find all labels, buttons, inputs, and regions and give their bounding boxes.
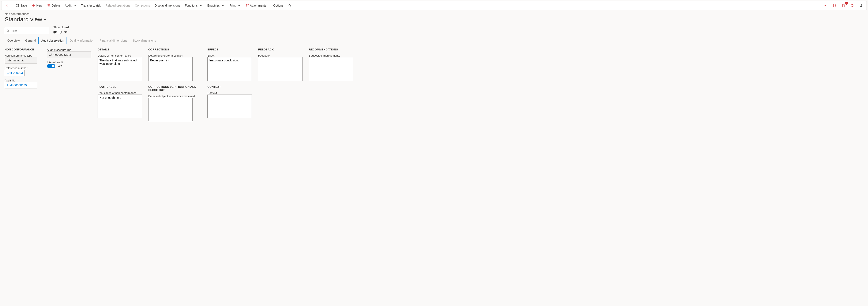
details-label: Details of non conformance bbox=[98, 54, 142, 57]
effect-textarea[interactable] bbox=[208, 57, 252, 81]
internal-audit-toggle[interactable] bbox=[47, 64, 55, 68]
paperclip-icon bbox=[245, 4, 249, 7]
section-corrections: CORRECTIONS bbox=[148, 48, 201, 51]
popout-icon bbox=[859, 4, 863, 7]
options-button[interactable]: Options bbox=[271, 3, 286, 8]
tab-audit-observation[interactable]: Audit observation bbox=[38, 37, 67, 44]
delete-label: Delete bbox=[52, 4, 60, 7]
internal-audit-value: Yes bbox=[58, 64, 62, 68]
section-effect: EFFECT bbox=[208, 48, 252, 51]
action-toolbar: Save New Delete Audit Transfer to risk R… bbox=[1, 1, 867, 10]
section-feedback: FEEDBACK bbox=[258, 48, 303, 51]
diamond-icon bbox=[824, 4, 827, 7]
document-icon bbox=[842, 4, 845, 7]
show-closed-toggle[interactable] bbox=[53, 30, 62, 34]
cvco-textarea[interactable] bbox=[148, 98, 193, 121]
diamond-button[interactable] bbox=[822, 3, 829, 8]
section-root-cause: ROOT CAUSE bbox=[98, 85, 142, 89]
audit-procedure-line-field[interactable] bbox=[47, 52, 91, 58]
nc-type-label: Non conformance type bbox=[5, 54, 40, 57]
save-button[interactable]: Save bbox=[13, 3, 29, 8]
filter-wrap bbox=[5, 28, 49, 34]
chevron-down-icon bbox=[43, 18, 47, 21]
tab-stock-dimensions[interactable]: Stock dimensions bbox=[130, 37, 159, 44]
new-label: New bbox=[36, 4, 42, 7]
audit-menu[interactable]: Audit bbox=[63, 3, 79, 8]
svg-point-1 bbox=[7, 30, 9, 31]
search-button[interactable] bbox=[286, 3, 293, 8]
audit-file-label: Audit file bbox=[5, 79, 40, 82]
context-textarea[interactable] bbox=[208, 95, 252, 118]
save-icon bbox=[16, 4, 19, 7]
options-label: Options bbox=[273, 4, 283, 7]
corrections-label: Corrections bbox=[135, 4, 150, 7]
chevron-down-icon bbox=[73, 4, 76, 7]
recommendations-label: Suggested improvements bbox=[309, 54, 353, 57]
tab-overview[interactable]: Overview bbox=[5, 37, 22, 44]
plus-icon bbox=[32, 4, 35, 7]
search-icon bbox=[6, 29, 10, 33]
search-icon bbox=[288, 4, 291, 7]
section-recommendations: RECOMMENDATIONS bbox=[309, 48, 353, 51]
new-button[interactable]: New bbox=[30, 3, 44, 8]
svg-point-0 bbox=[289, 4, 290, 6]
root-cause-textarea[interactable] bbox=[98, 95, 142, 118]
details-textarea[interactable] bbox=[98, 57, 142, 81]
related-operations-button: Related operations bbox=[103, 3, 132, 8]
reference-number-field[interactable] bbox=[5, 70, 25, 76]
cvco-label: Details of objective evidence reviewed bbox=[148, 95, 201, 98]
section-non-conformance: NON CONFORMANCE bbox=[5, 48, 40, 51]
show-closed-label: Show closed bbox=[53, 26, 69, 29]
root-cause-label: Root cause of non conformance bbox=[98, 91, 142, 95]
tab-general[interactable]: General bbox=[22, 37, 38, 44]
tab-quality-information[interactable]: Quality information bbox=[67, 37, 97, 44]
page-title: Standard view bbox=[5, 16, 42, 23]
section-details: DETAILS bbox=[98, 48, 142, 51]
enquiries-label: Enquiries bbox=[208, 4, 220, 7]
trash-icon bbox=[47, 4, 50, 7]
attachments-label: Attachments bbox=[250, 4, 267, 7]
functions-label: Functions bbox=[185, 4, 198, 7]
print-label: Print bbox=[229, 4, 236, 7]
section-context: CONTEXT bbox=[208, 85, 252, 89]
tab-financial-dimensions[interactable]: Financial dimensions bbox=[97, 37, 130, 44]
breadcrumb: Non conformances bbox=[5, 12, 863, 15]
internal-audit-label: Internal audit bbox=[47, 61, 91, 64]
audit-file-field[interactable] bbox=[5, 82, 37, 89]
chevron-down-icon bbox=[237, 4, 241, 7]
popout-button[interactable] bbox=[857, 3, 865, 8]
arrow-left-icon bbox=[5, 4, 9, 7]
filter-input[interactable] bbox=[5, 28, 49, 34]
display-dims-label: Display dimensions bbox=[155, 4, 180, 7]
notification-badge: 0 bbox=[845, 2, 848, 5]
nc-type-field[interactable] bbox=[5, 57, 37, 64]
context-label: Context bbox=[208, 91, 252, 95]
section-cvco: CORRECTIONS VERIFICATION AND CLOSE OUT bbox=[148, 85, 201, 92]
attachments-button[interactable]: Attachments bbox=[243, 3, 269, 8]
display-dimensions-button[interactable]: Display dimensions bbox=[153, 3, 182, 8]
chevron-down-icon bbox=[199, 4, 203, 7]
delete-button[interactable]: Delete bbox=[45, 3, 62, 8]
corrections-textarea[interactable] bbox=[148, 57, 193, 81]
audit-label: Audit bbox=[65, 4, 71, 7]
functions-menu[interactable]: Functions bbox=[183, 3, 205, 8]
back-button[interactable] bbox=[3, 3, 11, 8]
tabs: Overview General Audit observation Quali… bbox=[5, 37, 863, 44]
refresh-button[interactable] bbox=[848, 3, 856, 8]
office-icon bbox=[833, 4, 836, 7]
recommendations-textarea[interactable] bbox=[309, 57, 353, 81]
print-menu[interactable]: Print bbox=[227, 3, 243, 8]
transfer-to-risk-button[interactable]: Transfer to risk bbox=[79, 3, 103, 8]
corrections-button: Corrections bbox=[133, 3, 152, 8]
effect-label: Effect bbox=[208, 54, 252, 57]
enquiries-menu[interactable]: Enquiries bbox=[205, 3, 227, 8]
transfer-label: Transfer to risk bbox=[81, 4, 101, 7]
chevron-down-icon bbox=[221, 4, 225, 7]
feedback-textarea[interactable] bbox=[258, 57, 303, 81]
office-button[interactable] bbox=[831, 3, 838, 8]
notifications-button[interactable]: 0 bbox=[839, 3, 847, 8]
reference-number-label: Reference number bbox=[5, 66, 40, 70]
corrections-label: Details of short term solution bbox=[148, 54, 201, 57]
view-title-row[interactable]: Standard view bbox=[5, 16, 863, 23]
refresh-icon bbox=[850, 4, 854, 7]
